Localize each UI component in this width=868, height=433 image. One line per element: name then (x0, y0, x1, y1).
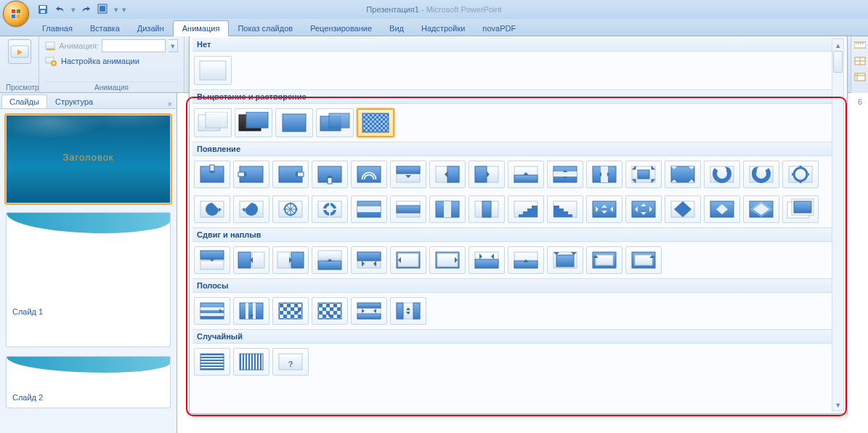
appear-21[interactable] (351, 195, 387, 223)
transition-fade-4[interactable] (316, 108, 354, 137)
tab-addins[interactable]: Надстройки (413, 21, 474, 36)
appear-32[interactable] (782, 195, 819, 223)
svg-rect-146 (437, 254, 458, 267)
appear-10[interactable] (547, 161, 583, 188)
section-none: Нет (192, 38, 844, 52)
appear-20[interactable] (312, 195, 348, 223)
guides-icon[interactable] (854, 73, 866, 84)
appear-27[interactable] (586, 195, 622, 223)
undo-icon[interactable] (54, 3, 67, 16)
svg-rect-33 (283, 114, 306, 131)
save-icon[interactable] (36, 3, 49, 16)
scroll-down-icon[interactable]: ▾ (832, 399, 843, 410)
appear-28[interactable] (625, 195, 662, 223)
style-picker-icon[interactable] (97, 3, 110, 16)
redo-icon[interactable] (79, 3, 92, 16)
shift-9[interactable] (508, 246, 544, 274)
appear-12[interactable] (625, 161, 662, 188)
shift-6[interactable] (390, 246, 426, 274)
appear-18[interactable] (233, 195, 269, 223)
shift-7[interactable] (429, 246, 466, 274)
appear-6[interactable] (390, 161, 426, 188)
tab-design[interactable]: Дизайн (129, 21, 173, 36)
shift-12[interactable] (625, 246, 662, 274)
tab-insert[interactable]: Вставка (81, 21, 129, 36)
appear-2[interactable] (233, 161, 269, 188)
shift-5[interactable] (351, 246, 387, 274)
appear-19[interactable] (272, 195, 309, 223)
appear-9[interactable] (508, 161, 544, 188)
appear-17[interactable] (194, 195, 230, 223)
shift-2[interactable] (233, 246, 269, 274)
appear-31[interactable] (743, 195, 779, 223)
panel-tab-slides[interactable]: Слайды (1, 94, 47, 108)
qat-more-icon[interactable]: ▾ (122, 3, 126, 16)
stripes-3[interactable] (272, 297, 309, 325)
shift-1[interactable] (194, 246, 230, 274)
appear-3[interactable] (272, 161, 309, 188)
svg-rect-71 (638, 170, 649, 179)
appear-26[interactable] (547, 195, 583, 223)
svg-rect-187 (200, 354, 224, 370)
ribbon: Просмотр Анимация: ▾ Настройка анимации … (0, 36, 868, 93)
scroll-thumb[interactable] (833, 51, 843, 73)
ruler-icon[interactable] (854, 41, 866, 52)
appear-11[interactable] (586, 161, 622, 188)
custom-animation-button[interactable]: Настройка анимации (45, 55, 178, 67)
dropdown-icon[interactable]: ▾ (114, 3, 118, 16)
appear-25[interactable] (508, 195, 544, 223)
gallery-scrollbar[interactable]: ▴ ▾ (832, 39, 844, 411)
slide-thumb-2[interactable]: Слайд 1 (6, 212, 171, 347)
appear-24[interactable] (469, 195, 505, 223)
appear-4[interactable] (312, 161, 348, 188)
appear-7[interactable] (429, 161, 466, 188)
appear-30[interactable] (704, 195, 740, 223)
office-button[interactable] (3, 1, 29, 27)
tab-slideshow[interactable]: Показ слайдов (229, 21, 301, 36)
appear-13[interactable] (665, 161, 701, 188)
tab-home[interactable]: Главная (33, 21, 81, 36)
shift-3[interactable] (272, 246, 309, 274)
transition-fade-2[interactable] (235, 108, 272, 137)
shift-11[interactable] (586, 246, 622, 274)
close-icon[interactable]: × (163, 100, 177, 108)
stripes-6[interactable] (390, 297, 426, 325)
appear-1[interactable] (194, 161, 230, 188)
stripes-5[interactable] (351, 297, 387, 325)
appear-23[interactable] (429, 195, 466, 223)
preview-button[interactable] (8, 39, 31, 64)
gridlines-icon[interactable] (854, 57, 866, 68)
appear-15[interactable] (743, 161, 779, 188)
transition-none[interactable] (194, 56, 232, 85)
appear-14[interactable] (704, 161, 740, 188)
panel-tab-outline[interactable]: Структура (47, 94, 101, 108)
tab-review[interactable]: Рецензирование (301, 21, 381, 36)
random-3[interactable]: ? (272, 348, 309, 376)
appear-29[interactable] (665, 195, 701, 223)
random-1[interactable] (194, 348, 230, 376)
shift-8[interactable] (469, 246, 505, 274)
random-2[interactable] (233, 348, 269, 376)
transition-fade-1[interactable] (194, 108, 232, 137)
shift-4[interactable] (312, 246, 348, 274)
appear-8[interactable] (469, 161, 505, 188)
chevron-down-icon[interactable]: ▾ (169, 39, 178, 52)
animation-select[interactable] (102, 39, 166, 52)
slide-thumb-3[interactable]: Слайд 2 (6, 356, 171, 408)
appear-5[interactable] (351, 161, 387, 188)
transition-fade-5-selected[interactable] (357, 108, 394, 137)
stripes-2[interactable] (233, 297, 269, 325)
tab-animation[interactable]: Анимация (173, 20, 230, 36)
stripes-1[interactable] (194, 297, 230, 325)
shift-10[interactable] (547, 246, 583, 274)
dropdown-icon[interactable]: ▾ (71, 3, 75, 16)
stripes-4[interactable] (312, 297, 348, 325)
transition-fade-3[interactable] (275, 108, 313, 137)
scroll-up-icon[interactable]: ▴ (832, 39, 843, 51)
appear-22[interactable] (390, 195, 426, 223)
tab-view[interactable]: Вид (381, 21, 413, 36)
slide-thumb-1[interactable]: Заголовок (6, 115, 171, 203)
svg-rect-12 (17, 9, 20, 13)
tab-novapdf[interactable]: novaPDF (474, 21, 524, 36)
appear-16[interactable] (782, 161, 819, 188)
